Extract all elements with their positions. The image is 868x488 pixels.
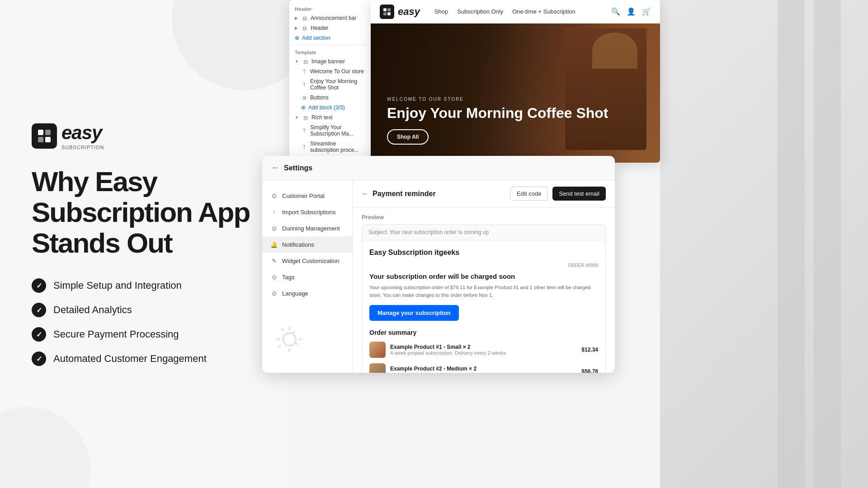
nav-widget-customization[interactable]: ✎ Widget Customization: [262, 253, 352, 269]
add-section-plus-icon: ⊕: [295, 35, 299, 41]
nav-dunning-management[interactable]: ⊙ Dunning Management: [262, 220, 352, 236]
hero-cta-button[interactable]: Shop All: [387, 129, 429, 145]
shopify-nav-links: Shop Subscription Only One-time + Subscr…: [434, 8, 576, 15]
feature-text-3: Secure Payment Processing: [53, 328, 179, 340]
order-summary-title: Order summary: [369, 329, 598, 336]
nav-notifications[interactable]: 🔔 Notifications: [262, 236, 352, 253]
product-1-name: Example Product #1 - Small × 2: [390, 344, 577, 350]
te-divider-1: [289, 45, 371, 45]
add-block-plus-icon: ⊕: [301, 104, 306, 111]
enjoy-coffee-label: Enjoy Your Morning Coffee Shot: [310, 78, 365, 91]
tags-label: Tags: [282, 274, 294, 281]
svg-rect-5: [387, 8, 391, 11]
widget-customization-label: Widget Customization: [282, 258, 339, 264]
settings-actions: Edit code Send test email: [510, 187, 606, 201]
email-brand-name: Easy Subscription itgeeks: [369, 249, 598, 257]
shopify-preview-panel: easy Shop Subscription Only One-time + S…: [371, 0, 660, 163]
te-welcome[interactable]: T Welcome To Our store: [289, 66, 371, 76]
add-section-btn[interactable]: ⊕ Add section: [289, 33, 371, 43]
settings-back-button[interactable]: ←: [271, 163, 279, 173]
dunning-management-icon: ⊙: [270, 225, 278, 232]
shopify-hero: WELCOME TO OUR STORE Enjoy Your Morning …: [371, 23, 660, 163]
feature-text-4: Automated Customer Engagement: [53, 353, 207, 365]
add-block-btn[interactable]: ⊕ Add block (3/3): [289, 103, 371, 113]
product-1-price: $12.34: [581, 347, 598, 353]
right-decorative-area: [660, 0, 868, 488]
te-simplify[interactable]: T Simplify Your Subscription Ma...: [289, 122, 371, 139]
svg-rect-6: [383, 12, 387, 15]
settings-header: ← Settings: [262, 156, 615, 180]
check-icon-4: [32, 352, 46, 366]
streamline-icon: T: [301, 144, 307, 150]
shopify-nav-icons: 🔍 👤 🛒: [611, 7, 651, 16]
send-test-email-button[interactable]: Send test email: [552, 187, 606, 201]
svg-rect-3: [45, 137, 51, 142]
import-subscriptions-label: Import Subscriptions: [282, 209, 336, 216]
add-block-label: Add block (3/3): [308, 104, 345, 111]
order-number-value: ORDER #9999: [568, 263, 598, 268]
check-icon-3: [32, 327, 46, 342]
enjoy-coffee-icon: T: [301, 81, 307, 88]
email-order-number: ORDER #9999: [369, 263, 598, 268]
feature-text-2: Detailed Analytics: [53, 304, 132, 316]
product-row-2: Example Product #2 - Medium × 2 4-week p…: [369, 363, 598, 373]
announcement-bar-label: Announcement bar: [311, 15, 356, 21]
te-announcement-bar[interactable]: ▶ ▤ Announcement bar: [289, 13, 371, 23]
deco-stripe-1: [814, 0, 841, 488]
nav-shop[interactable]: Shop: [434, 8, 448, 15]
shopify-logo-box: [380, 5, 394, 19]
nav-tags[interactable]: ⊙ Tags: [262, 269, 352, 285]
language-icon: ⊙: [270, 290, 278, 297]
feature-item-2: Detailed Analytics: [32, 303, 258, 317]
add-section-label: Add section: [302, 35, 330, 41]
nav-language[interactable]: ⊙ Language: [262, 285, 352, 301]
dunning-management-label: Dunning Management: [282, 225, 340, 232]
import-subscriptions-icon: ↑: [270, 208, 278, 216]
streamline-label: Streamline subscription proce...: [310, 141, 365, 153]
te-header-label: Header: [289, 4, 371, 13]
feature-item-4: Automated Customer Engagement: [32, 352, 258, 366]
preview-section-label: Preview: [353, 207, 615, 224]
manage-subscription-button[interactable]: Manage your subscription: [369, 305, 459, 321]
back-arrow-icon[interactable]: ←: [362, 190, 369, 198]
notifications-label: Notifications: [282, 241, 314, 248]
nav-one-time[interactable]: One-time + Subscription: [512, 8, 576, 15]
te-template-label: Template: [289, 47, 371, 56]
svg-rect-7: [387, 12, 391, 15]
language-label: Language: [282, 290, 308, 297]
shopify-navbar: easy Shop Subscription Only One-time + S…: [371, 0, 660, 23]
nav-subscription-only[interactable]: Subscription Only: [457, 8, 503, 15]
shopify-brand-name: easy: [398, 6, 420, 18]
rich-text-label: Rich text: [311, 114, 333, 121]
left-panel: easy SUBSCRIPTION Why Easy Subscription …: [0, 0, 289, 488]
buttons-icon: ⊞: [301, 94, 307, 101]
settings-main-content: ← Payment reminder Edit code Send test e…: [353, 180, 615, 373]
product-1-info: Example Product #1 - Small × 2 4-week pr…: [390, 344, 577, 356]
buttons-label: Buttons: [310, 94, 329, 101]
nav-import-subscriptions[interactable]: ↑ Import Subscriptions: [262, 204, 352, 220]
user-icon[interactable]: 👤: [627, 7, 636, 16]
email-charge-title: Your subscription order will be charged …: [369, 272, 598, 280]
cart-icon[interactable]: 🛒: [642, 7, 651, 16]
deco-stripe-2: [778, 0, 805, 488]
logo-area: easy SUBSCRIPTION: [32, 122, 258, 150]
feature-item-1: Simple Setup and Integration: [32, 278, 258, 293]
te-header[interactable]: ▶ ▤ Header: [289, 23, 371, 33]
te-rich-text[interactable]: ▼ ▤ Rich text: [289, 113, 371, 122]
product-2-name: Example Product #2 - Medium × 2: [390, 366, 577, 372]
payment-reminder-header: ← Payment reminder Edit code Send test e…: [353, 180, 615, 207]
tags-icon: ⊙: [270, 273, 278, 281]
nav-customer-portal[interactable]: ⊙ Customer Portal: [262, 188, 352, 204]
notifications-icon: 🔔: [270, 241, 278, 248]
te-streamline[interactable]: T Streamline subscription proce...: [289, 139, 371, 155]
check-icon-1: [32, 278, 46, 293]
product-2-thumbnail: [369, 363, 386, 373]
te-buttons[interactable]: ⊞ Buttons: [289, 93, 371, 103]
search-icon[interactable]: 🔍: [611, 7, 620, 16]
edit-code-button[interactable]: Edit code: [510, 187, 548, 201]
feature-list: Simple Setup and Integration Detailed An…: [32, 278, 258, 366]
widget-customization-icon: ✎: [270, 257, 278, 264]
te-image-banner[interactable]: ▼ ▤ Image banner: [289, 56, 371, 66]
logo-icon: [32, 123, 57, 149]
te-enjoy-coffee[interactable]: T Enjoy Your Morning Coffee Shot: [289, 76, 371, 93]
